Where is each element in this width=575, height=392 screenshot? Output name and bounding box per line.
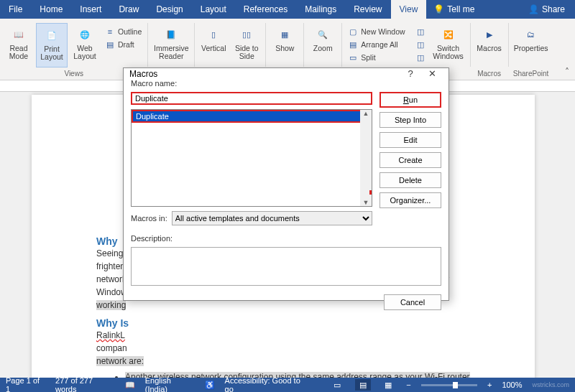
vertical-button[interactable]: ▯ Vertical: [198, 23, 229, 67]
status-page[interactable]: Page 1 of 1: [6, 376, 45, 392]
step-into-button[interactable]: Step Into: [380, 112, 441, 128]
tab-draw[interactable]: Draw: [110, 0, 147, 19]
share-button[interactable]: 👤 Share: [518, 0, 575, 19]
web-layout-icon: 🌐: [76, 26, 93, 43]
vertical-icon: ▯: [205, 26, 222, 43]
tab-references[interactable]: References: [235, 0, 296, 19]
draft-icon: ▤: [105, 39, 115, 50]
share-label: Share: [542, 4, 565, 14]
group-sharepoint-label: SharePoint: [513, 70, 548, 80]
p1e: working: [96, 300, 126, 310]
view-side-2[interactable]: ◫: [415, 39, 426, 50]
tab-review[interactable]: Review: [345, 0, 390, 19]
macro-list-item[interactable]: Duplicate: [132, 110, 372, 123]
organizer-button[interactable]: Organizer...: [380, 192, 441, 208]
tab-insert[interactable]: Insert: [71, 0, 110, 19]
share-icon: 👤: [528, 4, 539, 14]
delete-button[interactable]: Delete: [380, 172, 441, 188]
show-label: Show: [275, 45, 294, 52]
view-side-3[interactable]: ◫: [415, 52, 426, 63]
split-label: Split: [361, 53, 375, 62]
p2c: network are:: [96, 356, 144, 366]
dialog-titlebar[interactable]: Macros ? ✕: [124, 68, 448, 79]
properties-button[interactable]: 🗂 Properties: [512, 23, 551, 67]
status-words[interactable]: 277 of 277 words: [55, 376, 115, 392]
read-mode-icon: 📖: [10, 26, 27, 43]
p1a: Seeing: [96, 248, 123, 258]
print-layout-icon: 📄: [43, 27, 60, 44]
macro-name-input[interactable]: [131, 92, 372, 105]
vs1-icon: ◫: [415, 27, 426, 37]
description-box[interactable]: [131, 247, 441, 286]
cancel-button[interactable]: Cancel: [384, 294, 441, 310]
print-view-button[interactable]: ▤: [355, 379, 371, 391]
scroll-down-icon[interactable]: ▼: [363, 199, 369, 206]
title-tabs: File Home Insert Draw Design Layout Refe…: [0, 0, 575, 19]
side-to-side-button[interactable]: ▯▯ Side to Side: [231, 23, 262, 67]
outline-button[interactable]: ≡Outline: [105, 26, 142, 37]
zoom-slider[interactable]: [421, 384, 477, 386]
tab-file[interactable]: File: [0, 0, 31, 19]
run-button[interactable]: RRunun: [380, 92, 441, 108]
split-button[interactable]: ▭Split: [348, 52, 405, 63]
tab-design[interactable]: Design: [147, 0, 191, 19]
tab-layout[interactable]: Layout: [192, 0, 235, 19]
macros-button[interactable]: ▶ Macros: [474, 23, 505, 67]
show-button[interactable]: ▦ Show: [269, 23, 300, 67]
properties-label: Properties: [514, 45, 548, 52]
split-icon: ▭: [348, 52, 358, 62]
outline-label: Outline: [118, 27, 142, 36]
macro-list[interactable]: Duplicate ▲▼: [131, 109, 372, 207]
show-icon: ▦: [276, 26, 293, 43]
new-window-button[interactable]: ▢New Window: [348, 26, 405, 37]
macros-icon: ▶: [481, 26, 498, 43]
read-mode-label: Read Mode: [3, 45, 34, 60]
scroll-up-icon[interactable]: ▲: [363, 110, 369, 117]
resize-handle-icon[interactable]: [369, 190, 372, 195]
close-button[interactable]: ✕: [421, 68, 443, 79]
view-side-1[interactable]: ◫: [415, 26, 426, 37]
p1b: frighten: [96, 261, 125, 271]
draft-button[interactable]: ▤Draft: [105, 39, 142, 50]
switch-label: Switch Windows: [430, 45, 467, 60]
description-label: Description:: [131, 234, 372, 243]
web-layout-button[interactable]: 🌐 Web Layout: [69, 23, 101, 67]
macros-in-label: Macros in:: [131, 214, 167, 223]
macros-dialog: Macros ? ✕ Macro name: RRunun Step Into …: [123, 67, 449, 301]
edit-button[interactable]: Edit: [380, 132, 441, 148]
new-window-icon: ▢: [348, 27, 358, 37]
focus-view-button[interactable]: ▭: [330, 379, 346, 391]
tab-home[interactable]: Home: [31, 0, 71, 19]
help-button[interactable]: ?: [400, 68, 421, 79]
arrange-all-button[interactable]: ▤Arrange All: [348, 39, 405, 50]
read-mode-button[interactable]: 📖 Read Mode: [3, 23, 34, 67]
group-macros-label: Macros: [477, 70, 501, 80]
immersive-reader-button[interactable]: 📘 Immersive Reader: [151, 23, 191, 67]
zoom-button[interactable]: 🔍 Zoom: [307, 23, 339, 67]
p1c: network: [96, 274, 126, 284]
zoom-in-button[interactable]: +: [487, 381, 492, 389]
status-accessibility[interactable]: Accessibility: Good to go: [225, 376, 310, 392]
print-layout-label: Print Layout: [37, 45, 67, 61]
zoom-out-button[interactable]: −: [406, 381, 410, 389]
accessibility-icon: ♿: [205, 381, 215, 390]
collapse-ribbon-button[interactable]: ˄: [565, 67, 569, 77]
zoom-thumb[interactable]: [453, 382, 458, 388]
zoom-level[interactable]: 100%: [502, 381, 522, 389]
group-macros: ▶ Macros Macros: [471, 19, 508, 80]
immersive-label: Immersive Reader: [151, 45, 191, 60]
spellcheck-icon[interactable]: 📖: [125, 381, 135, 390]
macro-name-label: Macro name:: [131, 79, 372, 88]
properties-icon: 🗂: [523, 26, 540, 43]
tab-mailings[interactable]: Mailings: [296, 0, 345, 19]
tab-view[interactable]: View: [391, 0, 427, 19]
dialog-title: Macros: [129, 69, 157, 79]
print-layout-button[interactable]: 📄 Print Layout: [36, 23, 68, 67]
switch-windows-button[interactable]: 🔀 Switch Windows: [430, 23, 467, 67]
bulb-icon: 💡: [433, 4, 444, 14]
create-button[interactable]: Create: [380, 152, 441, 168]
tell-me[interactable]: 💡 Tell me: [426, 0, 482, 19]
web-view-button[interactable]: ▦: [381, 379, 397, 391]
status-language[interactable]: English (India): [145, 376, 195, 392]
macros-in-select[interactable]: All active templates and documents: [172, 211, 372, 225]
